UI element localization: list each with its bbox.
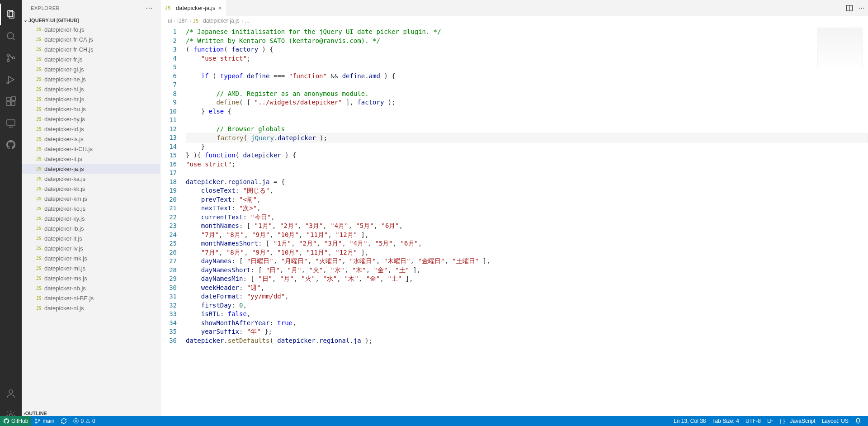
file-item[interactable]: JSdatepicker-fr.js — [22, 54, 160, 64]
file-name: datepicker-fo.js — [44, 26, 84, 33]
file-item[interactable]: JSdatepicker-mk.js — [22, 253, 160, 263]
file-name: datepicker-hi.js — [44, 86, 84, 93]
file-item[interactable]: JSdatepicker-nb.js — [22, 283, 160, 293]
svg-rect-13 — [7, 120, 15, 125]
search-icon[interactable] — [0, 25, 22, 47]
file-item[interactable]: JSdatepicker-ja.js — [22, 164, 160, 174]
js-file-icon: JS — [36, 176, 42, 181]
file-item[interactable]: JSdatepicker-fr-CA.js — [22, 34, 160, 44]
split-editor-icon[interactable] — [846, 5, 853, 12]
status-github[interactable]: GitHub — [0, 416, 31, 426]
file-item[interactable]: JSdatepicker-ms.js — [22, 273, 160, 283]
file-name: datepicker-nl.js — [44, 305, 84, 312]
status-branch[interactable]: main — [31, 416, 57, 426]
js-file-icon: JS — [36, 156, 42, 161]
status-language[interactable]: { } JavaScript — [777, 416, 819, 426]
svg-rect-10 — [7, 102, 10, 105]
file-name: datepicker-nb.js — [44, 285, 86, 292]
breadcrumb[interactable]: ui› i18n› JS datepicker-ja.js› ... — [160, 16, 868, 26]
github-activity-icon[interactable] — [0, 134, 22, 156]
breadcrumb-item[interactable]: ui — [168, 18, 172, 24]
js-file-icon: JS — [36, 27, 42, 32]
close-icon[interactable]: × — [218, 5, 222, 12]
explorer-icon[interactable] — [0, 4, 22, 25]
file-item[interactable]: JSdatepicker-km.js — [22, 194, 160, 204]
file-item[interactable]: JSdatepicker-hu.js — [22, 104, 160, 114]
file-item[interactable]: JSdatepicker-nl-BE.js — [22, 293, 160, 303]
status-cursor[interactable]: Ln 13, Col 38 — [670, 416, 709, 426]
status-warnings-count: 0 — [92, 418, 95, 424]
file-item[interactable]: JSdatepicker-ko.js — [22, 204, 160, 213]
status-problems[interactable]: ⓧ0 ⚠0 — [70, 416, 98, 426]
js-file-icon: JS — [36, 107, 42, 112]
file-name: datepicker-fr.js — [44, 56, 83, 63]
tab-bar-actions: ⋯ — [846, 0, 868, 16]
file-item[interactable]: JSdatepicker-fr-CH.js — [22, 44, 160, 54]
file-tree[interactable]: JSdatepicker-fo.jsJSdatepicker-fr-CA.jsJ… — [22, 24, 160, 409]
file-item[interactable]: JSdatepicker-ky.js — [22, 213, 160, 223]
run-debug-icon[interactable] — [0, 69, 22, 90]
file-name: datepicker-ms.js — [44, 275, 87, 282]
file-item[interactable]: JSdatepicker-hi.js — [22, 84, 160, 94]
extensions-icon[interactable] — [0, 90, 22, 112]
svg-rect-0 — [8, 10, 13, 17]
file-item[interactable]: JSdatepicker-ml.js — [22, 263, 160, 273]
js-file-icon: JS — [36, 256, 42, 261]
js-file-icon: JS — [36, 117, 42, 122]
code-content[interactable]: /* Japanese initialisation for the jQuer… — [186, 26, 868, 426]
file-item[interactable]: JSdatepicker-ka.js — [22, 174, 160, 184]
js-file-icon: JS — [36, 97, 42, 102]
file-name: datepicker-fr-CA.js — [44, 36, 93, 43]
svg-point-2 — [7, 33, 14, 39]
status-encoding[interactable]: UTF-8 — [742, 416, 764, 426]
svg-point-21 — [38, 420, 40, 421]
file-item[interactable]: JSdatepicker-is.js — [22, 134, 160, 144]
file-name: datepicker-gl.js — [44, 66, 84, 73]
file-item[interactable]: JSdatepicker-nl.js — [22, 303, 160, 313]
file-name: datepicker-ky.js — [44, 215, 85, 222]
file-item[interactable]: JSdatepicker-lt.js — [22, 233, 160, 243]
file-item[interactable]: JSdatepicker-lb.js — [22, 223, 160, 233]
status-eol[interactable]: LF — [764, 416, 777, 426]
file-name: datepicker-mk.js — [44, 255, 87, 262]
breadcrumb-item[interactable]: ... — [245, 18, 250, 24]
svg-point-15 — [9, 390, 13, 393]
status-tabsize[interactable]: Tab Size: 4 — [709, 416, 742, 426]
editor-more-icon[interactable]: ⋯ — [859, 5, 864, 11]
line-number-gutter: 1234567891011121314151617181920212223242… — [160, 26, 186, 426]
status-layout[interactable]: Layout: US — [819, 416, 852, 426]
file-name: datepicker-ml.js — [44, 265, 85, 272]
editor-body[interactable]: 1234567891011121314151617181920212223242… — [160, 26, 868, 426]
tab-datepicker-ja[interactable]: JS datepicker-ja.js × — [160, 0, 227, 16]
status-sync[interactable] — [57, 416, 70, 426]
accounts-icon[interactable] — [0, 383, 22, 404]
remote-icon[interactable] — [0, 112, 22, 134]
js-file-icon: JS — [36, 196, 42, 201]
chevron-down-icon: ⌄ — [24, 17, 28, 23]
status-notifications-icon[interactable] — [852, 416, 864, 426]
file-item[interactable]: JSdatepicker-hy.js — [22, 114, 160, 124]
file-item[interactable]: JSdatepicker-he.js — [22, 74, 160, 84]
tab-label: datepicker-ja.js — [176, 5, 215, 11]
svg-rect-1 — [9, 12, 14, 18]
breadcrumb-item[interactable]: i18n — [177, 18, 188, 24]
svg-point-19 — [35, 419, 37, 420]
js-file-icon: JS — [36, 77, 42, 82]
source-control-icon[interactable] — [0, 47, 22, 69]
file-item[interactable]: JSdatepicker-lv.js — [22, 243, 160, 253]
js-file-icon: JS — [36, 127, 42, 132]
file-item[interactable]: JSdatepicker-it-CH.js — [22, 144, 160, 154]
file-item[interactable]: JSdatepicker-it.js — [22, 154, 160, 164]
file-item[interactable]: JSdatepicker-hr.js — [22, 94, 160, 104]
file-name: datepicker-hu.js — [44, 106, 86, 113]
breadcrumb-item[interactable]: datepicker-ja.js — [203, 18, 240, 24]
workspace-root[interactable]: ⌄ JQUERY-UI [GITHUB] — [22, 16, 160, 24]
file-item[interactable]: JSdatepicker-id.js — [22, 124, 160, 134]
file-item[interactable]: JSdatepicker-fo.js — [22, 24, 160, 34]
sidebar-more-icon[interactable]: ⋯ — [146, 4, 153, 12]
file-item[interactable]: JSdatepicker-kk.js — [22, 184, 160, 194]
minimap[interactable] — [817, 28, 863, 68]
file-name: datepicker-lt.js — [44, 235, 82, 242]
file-item[interactable]: JSdatepicker-gl.js — [22, 64, 160, 74]
file-name: datepicker-hy.js — [44, 116, 85, 123]
